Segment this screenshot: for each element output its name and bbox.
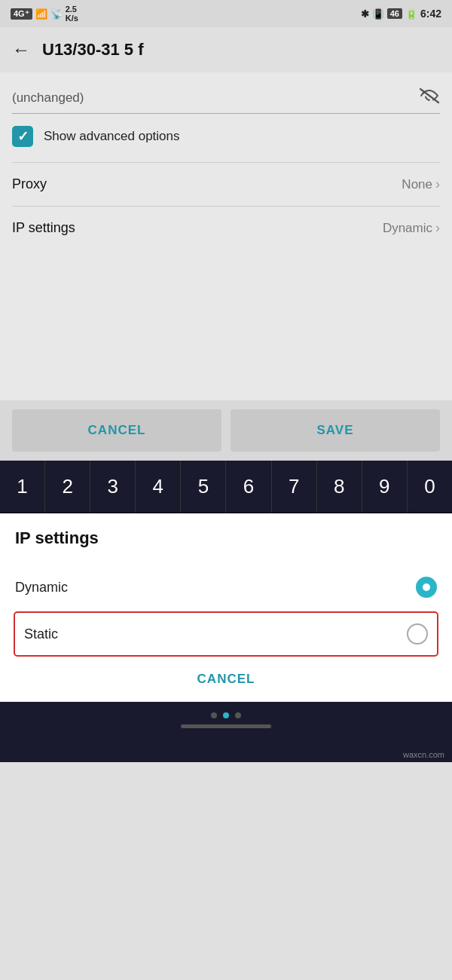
- content-spacer: [12, 250, 440, 400]
- static-label: Static: [24, 626, 58, 642]
- advanced-options-label: Show advanced options: [44, 129, 180, 144]
- ip-settings-panel: IP settings Dynamic Static CANCEL: [0, 513, 452, 702]
- eye-off-icon[interactable]: [419, 87, 440, 109]
- battery-icon: 🔋: [405, 8, 417, 20]
- cancel-button[interactable]: CANCEL: [12, 409, 221, 452]
- nav-dots: [211, 712, 241, 718]
- proxy-label: Proxy: [12, 176, 47, 192]
- nav-dot-recents: [235, 712, 241, 718]
- network-indicator: 4G⁺: [11, 8, 32, 20]
- nav-bar: ← U13/30-31 5 f: [0, 27, 452, 72]
- static-radio-button[interactable]: [407, 623, 428, 645]
- signal-bars: 📶: [35, 8, 47, 20]
- ip-settings-value-text: Dynamic: [383, 221, 432, 236]
- key-9[interactable]: 9: [362, 461, 408, 513]
- proxy-setting-row[interactable]: Proxy None ›: [12, 162, 440, 206]
- bottom-nav: [0, 702, 452, 762]
- numeric-keyboard: 1 2 3 4 5 6 7 8 9 0: [0, 461, 452, 513]
- key-5[interactable]: 5: [181, 461, 226, 513]
- ip-settings-value[interactable]: Dynamic ›: [383, 220, 440, 236]
- key-1[interactable]: 1: [0, 461, 45, 513]
- dynamic-radio-inner: [423, 583, 430, 591]
- ip-settings-panel-title: IP settings: [15, 528, 437, 548]
- status-bar: 4G⁺ 📶 📡 2.5K/s ✱ 📳 46 🔋 6:42: [0, 0, 452, 27]
- key-6[interactable]: 6: [226, 461, 271, 513]
- content-area: (unchanged) ✓ Show advanced options Prox…: [0, 72, 452, 400]
- speed-indicator: 2.5K/s: [66, 5, 78, 23]
- bluetooth-icon: ✱: [361, 8, 369, 20]
- ip-settings-label: IP settings: [12, 220, 75, 236]
- page-title: U13/30-31 5 f: [42, 40, 144, 60]
- nav-dot-home: [223, 712, 229, 718]
- password-field[interactable]: (unchanged): [12, 81, 440, 114]
- nav-dot-back: [211, 712, 217, 718]
- dynamic-radio-button[interactable]: [416, 577, 437, 598]
- static-option-row[interactable]: Static: [24, 623, 428, 645]
- clock: 6:42: [420, 8, 441, 20]
- dynamic-option-row[interactable]: Dynamic: [15, 563, 437, 611]
- save-button[interactable]: SAVE: [231, 409, 440, 452]
- key-7[interactable]: 7: [272, 461, 317, 513]
- status-left: 4G⁺ 📶 📡 2.5K/s: [11, 5, 78, 23]
- proxy-chevron-icon: ›: [435, 176, 440, 192]
- bottom-buttons: CANCEL SAVE: [0, 400, 452, 461]
- key-0[interactable]: 0: [408, 461, 452, 513]
- cancel-bottom-button[interactable]: CANCEL: [197, 672, 255, 686]
- advanced-options-checkbox[interactable]: ✓: [12, 126, 33, 147]
- key-4[interactable]: 4: [136, 461, 181, 513]
- lte-indicator: 46: [387, 8, 402, 19]
- ip-settings-row[interactable]: IP settings Dynamic ›: [12, 206, 440, 250]
- watermark-text: waxcn.com: [403, 750, 444, 759]
- proxy-value[interactable]: None ›: [402, 176, 440, 192]
- checkmark-icon: ✓: [17, 128, 29, 145]
- dynamic-label: Dynamic: [15, 580, 68, 596]
- back-button[interactable]: ←: [12, 39, 30, 60]
- wifi-icon: 📡: [50, 8, 63, 20]
- cancel-bottom-area: CANCEL: [15, 657, 437, 702]
- status-right: ✱ 📳 46 🔋 6:42: [361, 8, 441, 20]
- proxy-value-text: None: [402, 177, 432, 192]
- key-2[interactable]: 2: [45, 461, 90, 513]
- home-indicator-pill[interactable]: [181, 724, 271, 728]
- ip-settings-chevron-icon: ›: [435, 220, 440, 236]
- password-input[interactable]: (unchanged): [12, 90, 419, 106]
- vibrate-icon: 📳: [372, 8, 384, 20]
- key-8[interactable]: 8: [317, 461, 362, 513]
- key-3[interactable]: 3: [90, 461, 136, 513]
- static-option-container[interactable]: Static: [14, 611, 438, 657]
- advanced-options-row[interactable]: ✓ Show advanced options: [12, 126, 440, 147]
